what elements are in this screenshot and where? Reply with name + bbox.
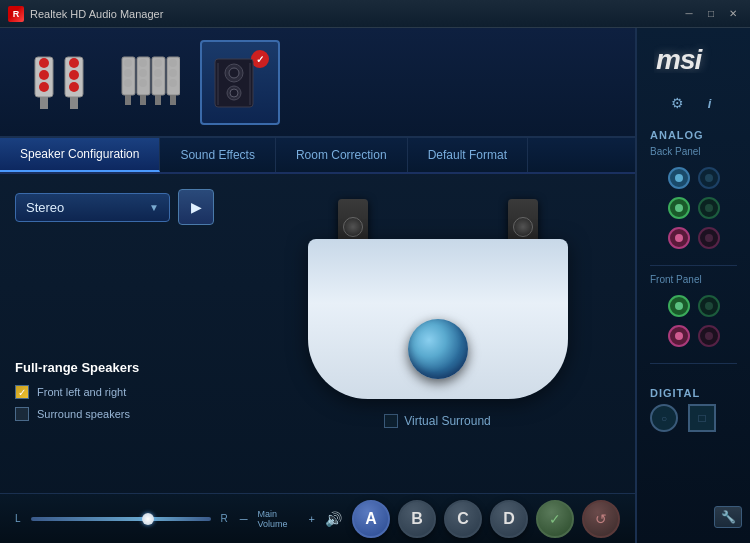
front-jack-pink-active[interactable] xyxy=(668,325,690,347)
back-jack-blue-dim[interactable] xyxy=(698,167,720,189)
maximize-button[interactable]: □ xyxy=(702,7,720,21)
close-button[interactable]: ✕ xyxy=(724,7,742,21)
info-icon: i xyxy=(708,96,712,111)
tab-sound-effects[interactable]: Sound Effects xyxy=(160,138,276,172)
svg-point-17 xyxy=(139,69,147,77)
digital-section-label: DIGITAL xyxy=(645,387,742,399)
digital-coax-icon[interactable]: □ xyxy=(688,404,716,432)
volume-speaker-icon: 🔊 xyxy=(325,511,342,527)
svg-point-21 xyxy=(154,59,162,67)
main-volume-slider[interactable] xyxy=(31,517,211,521)
speaker-type-dropdown[interactable]: Stereo ▼ xyxy=(15,193,170,222)
svg-text:✓: ✓ xyxy=(256,54,264,65)
svg-point-2 xyxy=(39,70,49,80)
left-area: ✓ Speaker Configuration xyxy=(0,28,635,543)
volume-minus-icon: ─ xyxy=(240,513,248,525)
settings-icon-button[interactable]: ⚙ xyxy=(667,92,689,114)
square-icon: □ xyxy=(698,411,705,425)
connector-2[interactable] xyxy=(110,40,190,125)
svg-rect-19 xyxy=(140,95,146,105)
back-jack-green-dim[interactable] xyxy=(698,197,720,219)
fullrange-surround-checkbox[interactable] xyxy=(15,407,29,421)
svg-text:msi: msi xyxy=(656,44,703,73)
app-icon: R xyxy=(8,6,24,22)
front-jack-green-dim[interactable] xyxy=(698,295,720,317)
svg-point-7 xyxy=(69,70,79,80)
front-jack-pink-dim[interactable] xyxy=(698,325,720,347)
connector-3[interactable]: ✓ xyxy=(200,40,280,125)
speaker-stage xyxy=(308,239,568,399)
svg-point-6 xyxy=(69,58,79,68)
svg-point-16 xyxy=(139,59,147,67)
right-sidebar: msi ⚙ i ANALOG Back Panel xyxy=(635,28,750,543)
front-jack-green-active[interactable] xyxy=(668,295,690,317)
title-bar: R Realtek HD Audio Manager ─ □ ✕ xyxy=(0,0,750,28)
tab-speaker-configuration[interactable]: Speaker Configuration xyxy=(0,138,160,172)
refresh-button[interactable]: ↺ xyxy=(582,500,620,538)
svg-rect-4 xyxy=(40,97,48,109)
minimize-button[interactable]: ─ xyxy=(680,7,698,21)
button-a[interactable]: A xyxy=(352,500,390,538)
window-controls: ─ □ ✕ xyxy=(680,7,742,21)
info-icon-button[interactable]: i xyxy=(699,92,721,114)
bottom-bar: L R ─ Main Volume + 🔊 A B xyxy=(0,493,635,543)
volume-plus-icon: + xyxy=(309,513,315,525)
connector-1[interactable] xyxy=(20,40,100,125)
fullrange-front-checkbox[interactable]: ✓ xyxy=(15,385,29,399)
svg-point-22 xyxy=(154,69,162,77)
svg-point-13 xyxy=(124,79,132,87)
sidebar-separator-2 xyxy=(650,363,737,364)
content-panel: Stereo ▼ ▶ Full-range Speakers ✓ Front l… xyxy=(0,174,635,493)
wrench-button[interactable]: 🔧 xyxy=(714,506,742,528)
digital-icons-row: ○ □ xyxy=(645,404,742,432)
back-panel-jacks-row1 xyxy=(668,167,720,189)
virtual-surround-row: Virtual Surround xyxy=(384,414,491,428)
back-jack-green-active[interactable] xyxy=(668,197,690,219)
letter-buttons-group: A B C D ✓ ↺ xyxy=(352,500,620,538)
play-button[interactable]: ▶ xyxy=(178,189,214,225)
back-panel-label: Back Panel xyxy=(645,146,701,157)
svg-point-27 xyxy=(169,69,177,77)
svg-point-1 xyxy=(39,58,49,68)
back-jack-blue-active[interactable] xyxy=(668,167,690,189)
tab-room-correction[interactable]: Room Correction xyxy=(276,138,408,172)
svg-rect-14 xyxy=(125,95,131,105)
circle-dot-icon: ○ xyxy=(661,413,667,424)
main-volume-label: Main Volume xyxy=(258,509,299,529)
speaker-woofer-right xyxy=(513,217,533,237)
back-jack-pink-dim[interactable] xyxy=(698,227,720,249)
speaker-woofer-left xyxy=(343,217,363,237)
wrench-icon: 🔧 xyxy=(721,510,736,524)
button-b[interactable]: B xyxy=(398,500,436,538)
speaker-dropdown-row: Stereo ▼ ▶ xyxy=(15,189,245,225)
app-title: Realtek HD Audio Manager xyxy=(30,8,680,20)
check-icon: ✓ xyxy=(549,511,561,527)
digital-section: DIGITAL ○ □ xyxy=(645,387,742,432)
tab-default-format[interactable]: Default Format xyxy=(408,138,528,172)
svg-point-8 xyxy=(69,82,79,92)
virtual-surround-checkbox[interactable] xyxy=(384,414,398,428)
sidebar-bottom: 🔧 xyxy=(714,506,742,528)
speaker-stage-container xyxy=(308,239,568,399)
confirm-button[interactable]: ✓ xyxy=(536,500,574,538)
msi-logo: msi xyxy=(654,43,734,80)
gear-icon: ⚙ xyxy=(671,95,684,111)
digital-optical-icon[interactable]: ○ xyxy=(650,404,678,432)
fullrange-front-label: Front left and right xyxy=(37,386,126,398)
fullrange-title: Full-range Speakers xyxy=(15,360,245,375)
volume-l-label: L xyxy=(15,513,21,524)
button-d[interactable]: D xyxy=(490,500,528,538)
svg-point-28 xyxy=(169,79,177,87)
svg-point-26 xyxy=(169,59,177,67)
back-jack-pink-active[interactable] xyxy=(668,227,690,249)
volume-thumb xyxy=(142,513,154,525)
volume-label-group: Main Volume xyxy=(258,509,299,529)
svg-point-34 xyxy=(229,68,239,78)
sidebar-separator-1 xyxy=(650,265,737,266)
button-c[interactable]: C xyxy=(444,500,482,538)
svg-point-18 xyxy=(139,79,147,87)
dropdown-value: Stereo xyxy=(26,200,149,215)
svg-point-36 xyxy=(230,89,238,97)
connector-bar: ✓ xyxy=(0,28,635,138)
svg-rect-29 xyxy=(170,95,176,105)
